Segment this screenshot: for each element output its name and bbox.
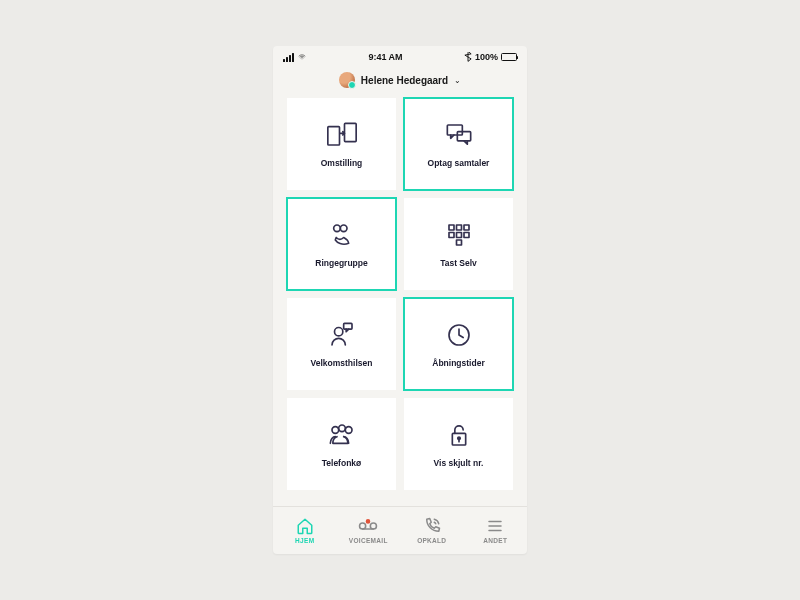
svg-rect-11	[456, 233, 461, 238]
svg-point-24	[367, 520, 370, 523]
svg-rect-8	[456, 225, 461, 230]
svg-rect-15	[343, 323, 351, 329]
svg-point-22	[360, 523, 366, 529]
svg-point-5	[333, 225, 340, 232]
battery-icon	[501, 53, 517, 61]
svg-rect-4	[457, 132, 470, 141]
tile-label: Velkomsthilsen	[311, 358, 373, 368]
voicemail-icon	[358, 517, 378, 535]
tab-bar: HJEM VOICEMAIL OPKALD ANDET	[273, 506, 527, 554]
phone-icon	[423, 517, 441, 535]
svg-point-19	[345, 427, 352, 434]
signal-icon	[283, 53, 294, 62]
queue-icon	[325, 420, 359, 450]
transfer-icon	[325, 120, 359, 150]
tile-abningstider[interactable]: Åbningstider	[404, 298, 513, 390]
status-time: 9:41 AM	[368, 52, 402, 62]
tile-tast-selv[interactable]: Tast Selv	[404, 198, 513, 290]
svg-rect-13	[456, 240, 461, 245]
wifi-icon	[297, 53, 307, 61]
menu-icon	[486, 517, 504, 535]
tile-label: Omstilling	[321, 158, 363, 168]
tab-label: HJEM	[295, 537, 314, 544]
tile-telefonko[interactable]: Telefonkø	[287, 398, 396, 490]
tile-ringegruppe[interactable]: Ringegruppe	[287, 198, 396, 290]
clock-icon	[442, 320, 476, 350]
tile-velkomsthilsen[interactable]: Velkomsthilsen	[287, 298, 396, 390]
svg-point-0	[302, 59, 303, 60]
user-name: Helene Hedegaard	[361, 75, 448, 86]
tile-label: Optag samtaler	[428, 158, 490, 168]
tab-label: VOICEMAIL	[349, 537, 388, 544]
svg-rect-9	[464, 225, 469, 230]
tab-hjem[interactable]: HJEM	[273, 507, 337, 554]
tile-grid: Omstilling Optag samtaler Ringegruppe Ta…	[273, 98, 527, 506]
keypad-icon	[442, 220, 476, 250]
svg-point-17	[332, 427, 339, 434]
phone-frame: 9:41 AM 100% Helene Hedegaard ⌄ Omstilli…	[273, 46, 527, 554]
svg-point-6	[340, 225, 347, 232]
svg-rect-3	[447, 125, 462, 135]
tab-label: OPKALD	[417, 537, 446, 544]
svg-point-23	[371, 523, 377, 529]
user-header[interactable]: Helene Hedegaard ⌄	[273, 64, 527, 98]
tile-label: Tast Selv	[440, 258, 477, 268]
svg-rect-12	[464, 233, 469, 238]
svg-rect-1	[327, 127, 339, 145]
svg-rect-2	[344, 123, 356, 141]
greeting-icon	[325, 320, 359, 350]
svg-rect-10	[449, 233, 454, 238]
tab-opkald[interactable]: OPKALD	[400, 507, 464, 554]
avatar	[339, 72, 355, 88]
tile-label: Vis skjult nr.	[434, 458, 484, 468]
tile-label: Åbningstider	[432, 358, 484, 368]
tile-vis-skjult-nr[interactable]: Vis skjult nr.	[404, 398, 513, 490]
svg-rect-7	[449, 225, 454, 230]
tab-label: ANDET	[483, 537, 507, 544]
tile-omstilling[interactable]: Omstilling	[287, 98, 396, 190]
ring-group-icon	[325, 220, 359, 250]
tab-andet[interactable]: ANDET	[464, 507, 528, 554]
battery-percent: 100%	[475, 52, 498, 62]
bluetooth-icon	[464, 52, 472, 62]
unlock-icon	[442, 420, 476, 450]
home-icon	[296, 517, 314, 535]
tile-label: Telefonkø	[322, 458, 362, 468]
tile-label: Ringegruppe	[315, 258, 367, 268]
chat-record-icon	[442, 120, 476, 150]
status-bar: 9:41 AM 100%	[273, 46, 527, 64]
tile-optag-samtaler[interactable]: Optag samtaler	[404, 98, 513, 190]
chevron-down-icon: ⌄	[454, 76, 461, 85]
svg-point-18	[338, 425, 345, 432]
tab-voicemail[interactable]: VOICEMAIL	[337, 507, 401, 554]
svg-point-14	[334, 328, 342, 336]
